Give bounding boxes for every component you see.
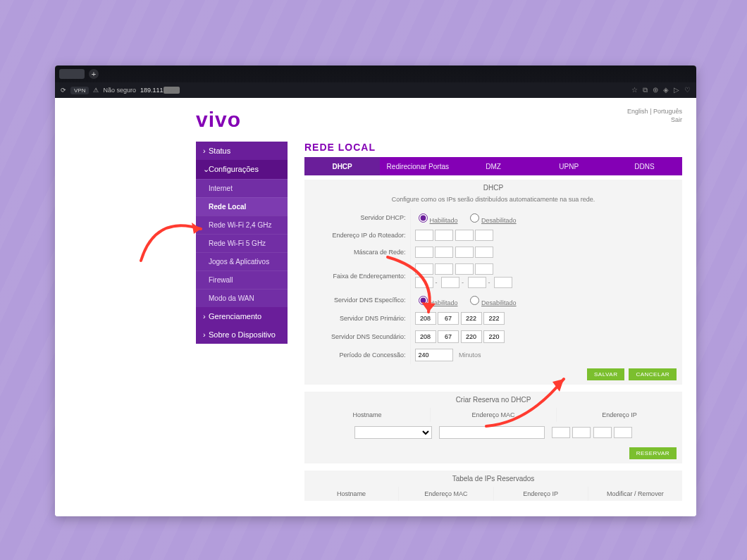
reserved-col-ip: Endereço IP	[493, 487, 588, 501]
router-ip-row	[410, 227, 682, 244]
bookmark-icon[interactable]: ☆	[631, 86, 638, 94]
dns2-octet-1[interactable]	[415, 330, 436, 343]
dns1-octet-1[interactable]	[415, 312, 436, 325]
reservation-title: Criar Reserva no DHCP	[304, 392, 682, 408]
dhcp-server-disabled-label: Desabilitado	[481, 217, 517, 224]
reservation-ip-octet-3[interactable]	[593, 427, 612, 438]
sidebar-item-rede-local[interactable]: Rede Local	[196, 197, 288, 216]
tab-ddns[interactable]: DDNS	[607, 157, 682, 175]
browser-tabbar: +	[55, 66, 696, 82]
lang-separator: |	[648, 108, 653, 115]
dns2-octet-4[interactable]	[483, 330, 505, 343]
dns1-octet-4[interactable]	[483, 312, 505, 325]
camera-icon[interactable]: ⧉	[643, 86, 648, 94]
dns2-octet-2[interactable]	[438, 330, 459, 343]
page-title: REDE LOCAL	[304, 142, 682, 153]
page-header: vivo English | Português Sair	[55, 98, 696, 137]
sidebar-item-wifi5[interactable]: Rede Wi-Fi 5 GHz	[196, 234, 288, 252]
dns2-octet-3[interactable]	[461, 330, 482, 343]
range-to-octet-1[interactable]	[415, 277, 433, 288]
label-specific-dns: Servidor DNS Específico:	[304, 291, 410, 309]
heart-icon[interactable]: ♡	[684, 86, 691, 94]
reserved-table-title: Tabela de IPs Reservados	[304, 471, 682, 487]
reserved-table-header: Hostname Endereço MAC Endereço IP Modifi…	[304, 487, 682, 501]
sidebar-item-wan[interactable]: Modo da WAN	[196, 289, 288, 307]
reservation-panel: Criar Reserva no DHCP Hostname Endereço …	[304, 392, 682, 463]
sidebar-item-firewall[interactable]: Firewall	[196, 270, 288, 289]
sidebar-section-config[interactable]: ⌄Configurações	[196, 160, 288, 179]
sidebar-section-sobre[interactable]: ›Sobre o Dispositivo	[196, 325, 288, 344]
dhcp-form: Servidor DHCP: Habilitado Desabilitado E…	[304, 209, 682, 364]
reserved-table-panel: Tabela de IPs Reservados Hostname Endere…	[304, 471, 682, 501]
sidebar-item-jogos[interactable]: Jogos & Aplicativos	[196, 252, 288, 270]
netmask-octet-3[interactable]	[455, 247, 474, 258]
router-ip-octet-3[interactable]	[455, 230, 474, 241]
range-to-octet-4[interactable]	[494, 277, 512, 288]
tab-upnp[interactable]: UPNP	[531, 157, 607, 175]
reserve-button[interactable]: RESERVAR	[629, 447, 677, 459]
refresh-circle-icon[interactable]: ⊕	[653, 86, 658, 94]
reservation-ip-octet-2[interactable]	[572, 427, 591, 438]
reservation-ip-octet-1[interactable]	[552, 427, 570, 438]
url-display[interactable]: 189.111xxx	[140, 87, 180, 94]
tab-dhcp[interactable]: DHCP	[304, 157, 380, 175]
netmask-octet-1[interactable]	[415, 247, 433, 258]
dhcp-server-enabled-radio[interactable]	[419, 213, 428, 223]
dhcp-server-disabled-radio[interactable]	[470, 213, 479, 223]
dhcp-buttons: SALVAR CANCELAR	[304, 364, 682, 385]
reserved-col-actions: Modificar / Remover	[588, 487, 682, 501]
reload-icon[interactable]: ⟳	[61, 87, 66, 94]
shield-icon[interactable]: ◈	[663, 86, 669, 94]
save-button[interactable]: SALVAR	[587, 368, 624, 380]
netmask-octet-4[interactable]	[475, 247, 493, 258]
main-panel: REDE LOCAL DHCP Redirecionar Portas DMZ …	[304, 142, 682, 501]
vpn-badge: VPN	[70, 87, 89, 94]
cancel-button[interactable]: CANCELAR	[629, 368, 677, 380]
specific-dns-disabled-label: Desabilitado	[481, 299, 517, 306]
sidebar-item-wifi24[interactable]: Rede Wi-Fi 2,4 GHz	[196, 216, 288, 234]
router-admin-page: vivo English | Português Sair ›Status ⌄C…	[55, 98, 696, 516]
dns1-octet-2[interactable]	[438, 312, 459, 325]
new-tab-button[interactable]: +	[89, 69, 99, 79]
main-tabs: DHCP Redirecionar Portas DMZ UPNP DDNS	[304, 157, 682, 175]
reservation-hostname-select[interactable]	[354, 426, 432, 439]
reservation-mac-input[interactable]	[439, 426, 545, 439]
sidebar-section-status[interactable]: ›Status	[196, 142, 288, 160]
router-ip-octet-2[interactable]	[435, 230, 453, 241]
lang-english-link[interactable]: English	[627, 108, 648, 115]
reservation-ip-octet-4[interactable]	[614, 427, 632, 438]
router-ip-octet-1[interactable]	[415, 230, 433, 241]
warning-icon: ⚠	[93, 87, 99, 94]
range-from-octet-1[interactable]	[415, 263, 433, 275]
sidebar-section-gerenciamento[interactable]: ›Gerenciamento	[196, 307, 288, 325]
reservation-ip-group	[552, 427, 631, 438]
tab-dmz[interactable]: DMZ	[455, 157, 531, 175]
reserved-col-hostname: Hostname	[304, 487, 398, 501]
sidebar-item-internet[interactable]: Internet	[196, 179, 288, 197]
browser-addressbar: ⟳ VPN ⚠ Não seguro 189.111xxx ☆ ⧉ ⊕ ◈ ▷ …	[55, 82, 696, 98]
browser-tab[interactable]	[59, 69, 85, 79]
label-router-ip: Endereço IP do Roteador:	[304, 227, 410, 244]
tab-redirecionar[interactable]: Redirecionar Portas	[380, 157, 455, 175]
lang-bar: English | Português Sair	[627, 108, 682, 124]
dns1-octet-3[interactable]	[461, 312, 482, 325]
specific-dns-enabled-radio[interactable]	[419, 296, 428, 305]
play-icon[interactable]: ▷	[674, 86, 679, 94]
netmask-octet-2[interactable]	[435, 247, 453, 258]
content-area: ›Status ⌄Configurações Internet Rede Loc…	[55, 137, 696, 501]
reservation-input-row	[304, 422, 682, 443]
router-ip-octet-4[interactable]	[475, 230, 493, 241]
lease-input[interactable]	[415, 349, 453, 361]
label-netmask: Máscara de Rede:	[304, 244, 410, 261]
range-from-octet-3[interactable]	[455, 263, 474, 275]
lang-portuguese-link[interactable]: Português	[653, 108, 682, 115]
range-from-octet-4[interactable]	[475, 263, 493, 275]
logout-link[interactable]: Sair	[671, 116, 682, 123]
range-from-octet-2[interactable]	[435, 263, 453, 275]
dns1-row	[410, 309, 682, 328]
reservation-buttons: RESERVAR	[304, 443, 682, 463]
range-to-octet-2[interactable]	[441, 277, 459, 288]
specific-dns-disabled-radio[interactable]	[470, 296, 479, 305]
range-to-octet-3[interactable]	[468, 277, 486, 288]
label-dns1: Servidor DNS Primário:	[304, 309, 410, 328]
